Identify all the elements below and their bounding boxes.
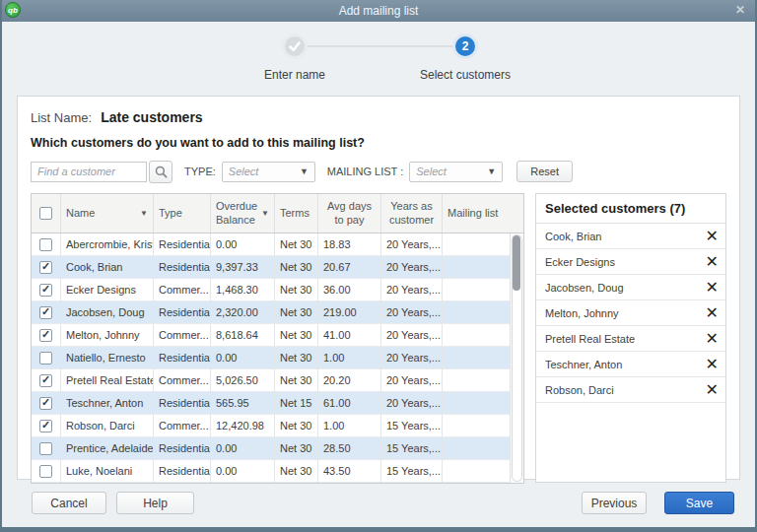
select-all-checkbox[interactable]: [39, 207, 52, 220]
column-header-name[interactable]: Name ▼: [61, 194, 154, 233]
table-row[interactable]: Jacobsen, DougResidential2,320.00Net 302…: [32, 301, 510, 324]
mailing-list-dropdown[interactable]: Select ▼: [409, 162, 503, 182]
column-header-type[interactable]: Type: [154, 194, 211, 233]
column-header-avg-days[interactable]: Avg days to pay: [318, 194, 381, 233]
selected-customer-name: Robson, Darci: [545, 384, 614, 396]
remove-icon[interactable]: ✕: [706, 382, 719, 398]
table-row[interactable]: Cook, BrianResidential9,397.33Net 3020.6…: [32, 256, 510, 279]
table-row[interactable]: Melton, JohnnyCommer...8,618.64Net 3041.…: [32, 324, 510, 347]
cell-years: 15 Years,...: [381, 437, 443, 459]
cell-type: Commer...: [154, 369, 211, 391]
scrollbar-thumb[interactable]: [513, 235, 520, 291]
row-checkbox[interactable]: [39, 420, 52, 432]
table-row[interactable]: Luke, NoelaniResidential0.00Net 3043.501…: [32, 460, 510, 483]
remove-icon[interactable]: ✕: [706, 305, 719, 321]
cell-name: Prentice, Adelaide: [61, 437, 154, 459]
row-checkbox[interactable]: [39, 465, 52, 478]
cancel-button[interactable]: Cancel: [32, 492, 106, 514]
cell-terms: Net 30: [275, 347, 318, 368]
cell-type: Commer...: [154, 324, 211, 346]
row-checkbox-cell: [32, 279, 61, 300]
cell-name: Robson, Darci: [61, 415, 154, 436]
remove-icon[interactable]: ✕: [706, 280, 719, 296]
cell-overdue: 12,420.98: [211, 415, 275, 436]
selected-customers-list: Cook, Brian✕Ecker Designs✕Jacobsen, Doug…: [536, 224, 725, 403]
row-checkbox[interactable]: [39, 352, 52, 365]
row-checkbox-cell: [32, 369, 61, 391]
table-row[interactable]: Robson, DarciCommer...12,420.98Net 301.0…: [32, 415, 510, 437]
row-checkbox[interactable]: [39, 329, 52, 342]
save-button[interactable]: Save: [664, 492, 734, 514]
cell-terms: Net 15: [275, 392, 318, 414]
cell-avg_days: 41.00: [318, 324, 381, 346]
cell-overdue: 565.95: [211, 392, 275, 414]
row-checkbox[interactable]: [39, 284, 52, 297]
selected-customer-item: Ecker Designs✕: [536, 249, 725, 275]
reset-button[interactable]: Reset: [516, 161, 573, 182]
column-header-years[interactable]: Years as customer: [381, 194, 443, 233]
remove-icon[interactable]: ✕: [706, 357, 719, 372]
cell-avg_days: 61.00: [318, 392, 381, 414]
column-label: Years as customer: [386, 200, 437, 228]
table-row[interactable]: Teschner, AntonResidential565.95Net 1561…: [32, 392, 510, 415]
column-label: Name: [66, 207, 95, 221]
table-row[interactable]: Natiello, ErnestoResidential0.00Net 301.…: [32, 347, 510, 369]
row-checkbox[interactable]: [39, 261, 52, 274]
cell-avg_days: 20.20: [318, 369, 381, 391]
row-checkbox[interactable]: [39, 397, 52, 410]
search-input[interactable]: [31, 162, 147, 182]
row-checkbox[interactable]: [39, 238, 52, 251]
chevron-down-icon: ▼: [300, 166, 309, 176]
step-select-customers: 2 Select customers: [386, 33, 544, 82]
content-row: Name ▼ Type Overdue Balance ▼ Terms Avg: [31, 193, 726, 484]
cell-years: 20 Years,...: [381, 279, 443, 300]
sort-down-icon: ▼: [138, 209, 148, 219]
type-dropdown[interactable]: Select ▼: [222, 162, 315, 182]
table-body: Abercrombie, KristyResidential0.00Net 30…: [32, 233, 523, 483]
table-row[interactable]: Pretell Real EstateCommer...5,026.50Net …: [32, 369, 510, 392]
vertical-scrollbar[interactable]: [510, 233, 523, 483]
cell-type: Residential: [154, 392, 211, 414]
cell-mailing: [443, 415, 510, 436]
cell-overdue: 0.00: [211, 437, 275, 459]
step-label: Enter name: [264, 68, 325, 82]
table-row[interactable]: Ecker DesignsCommer...1,468.30Net 3036.0…: [32, 279, 510, 301]
row-checkbox[interactable]: [39, 374, 52, 387]
column-header-mailing-list[interactable]: Mailing list: [443, 194, 510, 233]
row-checkbox[interactable]: [39, 442, 52, 455]
column-header-overdue-balance[interactable]: Overdue Balance ▼: [211, 194, 275, 233]
close-icon[interactable]: ✕: [735, 3, 745, 17]
previous-button[interactable]: Previous: [582, 492, 647, 514]
cell-terms: Net 30: [275, 324, 318, 346]
column-label: Mailing list: [447, 207, 498, 221]
mailing-list-label: MAILING LIST :: [327, 166, 403, 177]
selected-customers-title: Selected customers (7): [536, 194, 725, 224]
table-row[interactable]: Prentice, AdelaideResidential0.00Net 302…: [32, 437, 510, 460]
step-enter-name: Enter name: [216, 33, 374, 82]
remove-icon[interactable]: ✕: [706, 229, 719, 244]
cell-mailing: [443, 369, 510, 391]
help-button[interactable]: Help: [116, 492, 194, 514]
remove-icon[interactable]: ✕: [706, 331, 719, 347]
search-button[interactable]: [149, 161, 172, 183]
cell-terms: Net 30: [275, 415, 318, 436]
table-row[interactable]: Abercrombie, KristyResidential0.00Net 30…: [32, 233, 510, 256]
cell-years: 20 Years,...: [381, 347, 443, 368]
cell-avg_days: 18.83: [318, 233, 381, 255]
cell-avg_days: 36.00: [318, 279, 381, 300]
add-mailing-list-dialog: qb Add mailing list ✕ Enter name 2 Selec…: [0, 0, 757, 532]
cell-avg_days: 1.00: [318, 347, 381, 368]
remove-icon[interactable]: ✕: [706, 254, 719, 270]
selected-customer-name: Cook, Brian: [545, 231, 601, 242]
column-header-terms[interactable]: Terms: [275, 194, 318, 233]
cell-avg_days: 28.50: [318, 437, 381, 459]
chevron-down-icon: ▼: [487, 166, 496, 176]
cell-mailing: [443, 437, 510, 459]
cell-mailing: [443, 324, 510, 346]
row-checkbox[interactable]: [39, 306, 52, 319]
cell-years: 20 Years,...: [381, 324, 443, 346]
row-checkbox-cell: [32, 256, 61, 278]
row-checkbox-cell: [32, 324, 61, 346]
mailing-list-dropdown-value: Select: [416, 166, 447, 177]
cell-avg_days: 1.00: [318, 415, 381, 436]
